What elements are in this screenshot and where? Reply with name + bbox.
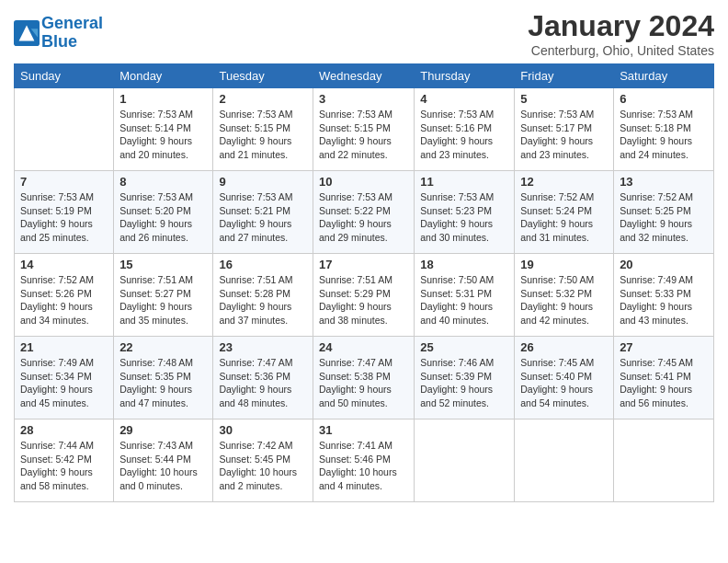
day-number: 7 (20, 175, 108, 189)
day-info: Sunrise: 7:45 AM Sunset: 5:41 PM Dayligh… (620, 356, 708, 410)
calendar-cell: 8Sunrise: 7:53 AM Sunset: 5:20 PM Daylig… (114, 171, 213, 254)
calendar-cell: 29Sunrise: 7:43 AM Sunset: 5:44 PM Dayli… (114, 419, 213, 502)
calendar-cell: 2Sunrise: 7:53 AM Sunset: 5:15 PM Daylig… (213, 88, 313, 171)
calendar-cell: 6Sunrise: 7:53 AM Sunset: 5:18 PM Daylig… (614, 88, 714, 171)
calendar-week-row: 1Sunrise: 7:53 AM Sunset: 5:14 PM Daylig… (15, 88, 714, 171)
day-info: Sunrise: 7:53 AM Sunset: 5:21 PM Dayligh… (219, 190, 307, 245)
day-info: Sunrise: 7:51 AM Sunset: 5:27 PM Dayligh… (119, 273, 207, 327)
day-number: 20 (620, 258, 708, 271)
weekday-row: SundayMondayTuesdayWednesdayThursdayFrid… (15, 64, 714, 88)
day-number: 29 (119, 423, 207, 437)
calendar-cell (15, 88, 114, 171)
calendar-cell: 18Sunrise: 7:50 AM Sunset: 5:31 PM Dayli… (415, 254, 515, 337)
weekday-header: Wednesday (313, 64, 415, 88)
day-info: Sunrise: 7:53 AM Sunset: 5:18 PM Dayligh… (620, 108, 708, 162)
day-number: 8 (119, 175, 207, 189)
day-info: Sunrise: 7:53 AM Sunset: 5:15 PM Dayligh… (319, 108, 408, 162)
calendar-body: 1Sunrise: 7:53 AM Sunset: 5:14 PM Daylig… (15, 88, 714, 502)
day-info: Sunrise: 7:50 AM Sunset: 5:31 PM Dayligh… (420, 273, 508, 327)
month-title: January 2024 (528, 9, 714, 43)
day-info: Sunrise: 7:50 AM Sunset: 5:32 PM Dayligh… (520, 273, 608, 327)
calendar-week-row: 14Sunrise: 7:52 AM Sunset: 5:26 PM Dayli… (15, 254, 714, 337)
logo: General Blue (14, 15, 103, 52)
day-info: Sunrise: 7:52 AM Sunset: 5:25 PM Dayligh… (620, 190, 708, 245)
day-info: Sunrise: 7:53 AM Sunset: 5:14 PM Dayligh… (119, 108, 207, 162)
calendar-cell: 5Sunrise: 7:53 AM Sunset: 5:17 PM Daylig… (515, 88, 614, 171)
day-info: Sunrise: 7:53 AM Sunset: 5:22 PM Dayligh… (319, 190, 408, 245)
day-info: Sunrise: 7:53 AM Sunset: 5:20 PM Dayligh… (119, 190, 207, 245)
weekday-header: Saturday (614, 64, 714, 88)
day-number: 1 (119, 92, 207, 106)
calendar-cell: 9Sunrise: 7:53 AM Sunset: 5:21 PM Daylig… (213, 171, 313, 254)
weekday-header: Sunday (15, 64, 114, 88)
day-number: 30 (219, 423, 307, 437)
calendar-cell: 21Sunrise: 7:49 AM Sunset: 5:34 PM Dayli… (15, 337, 114, 419)
day-info: Sunrise: 7:41 AM Sunset: 5:46 PM Dayligh… (319, 439, 408, 493)
day-info: Sunrise: 7:49 AM Sunset: 5:33 PM Dayligh… (620, 273, 708, 327)
day-number: 18 (420, 258, 508, 271)
calendar-table: SundayMondayTuesdayWednesdayThursdayFrid… (14, 63, 714, 502)
day-number: 13 (620, 175, 708, 189)
calendar-cell: 1Sunrise: 7:53 AM Sunset: 5:14 PM Daylig… (114, 88, 213, 171)
day-info: Sunrise: 7:52 AM Sunset: 5:24 PM Dayligh… (520, 190, 608, 245)
logo-line2: Blue (41, 32, 77, 51)
calendar-cell (515, 419, 614, 502)
day-info: Sunrise: 7:43 AM Sunset: 5:44 PM Dayligh… (119, 439, 207, 493)
calendar-cell: 12Sunrise: 7:52 AM Sunset: 5:24 PM Dayli… (515, 171, 614, 254)
calendar-cell: 10Sunrise: 7:53 AM Sunset: 5:22 PM Dayli… (313, 171, 415, 254)
weekday-header: Tuesday (213, 64, 313, 88)
calendar-cell: 7Sunrise: 7:53 AM Sunset: 5:19 PM Daylig… (15, 171, 114, 254)
day-info: Sunrise: 7:46 AM Sunset: 5:39 PM Dayligh… (420, 356, 508, 410)
day-number: 11 (420, 175, 508, 189)
day-number: 4 (420, 92, 508, 106)
day-number: 23 (219, 340, 307, 354)
day-number: 9 (219, 175, 307, 189)
calendar-cell: 25Sunrise: 7:46 AM Sunset: 5:39 PM Dayli… (415, 337, 515, 419)
calendar-cell: 23Sunrise: 7:47 AM Sunset: 5:36 PM Dayli… (213, 337, 313, 419)
calendar-cell: 13Sunrise: 7:52 AM Sunset: 5:25 PM Dayli… (614, 171, 714, 254)
calendar-cell (415, 419, 515, 502)
day-number: 24 (319, 340, 408, 354)
day-number: 5 (520, 92, 608, 106)
day-info: Sunrise: 7:44 AM Sunset: 5:42 PM Dayligh… (20, 439, 108, 493)
calendar-week-row: 28Sunrise: 7:44 AM Sunset: 5:42 PM Dayli… (15, 419, 714, 502)
day-info: Sunrise: 7:49 AM Sunset: 5:34 PM Dayligh… (20, 356, 108, 410)
day-number: 12 (520, 175, 608, 189)
day-number: 3 (319, 92, 408, 106)
calendar-cell (614, 419, 714, 502)
day-number: 25 (420, 340, 508, 354)
day-number: 6 (620, 92, 708, 106)
logo-text: General Blue (41, 15, 103, 52)
day-number: 10 (319, 175, 408, 189)
day-number: 27 (620, 340, 708, 354)
calendar-cell: 28Sunrise: 7:44 AM Sunset: 5:42 PM Dayli… (15, 419, 114, 502)
title-block: January 2024 Centerburg, Ohio, United St… (528, 9, 714, 58)
day-info: Sunrise: 7:53 AM Sunset: 5:16 PM Dayligh… (420, 108, 508, 162)
calendar-cell: 30Sunrise: 7:42 AM Sunset: 5:45 PM Dayli… (213, 419, 313, 502)
day-info: Sunrise: 7:53 AM Sunset: 5:23 PM Dayligh… (420, 190, 508, 245)
day-number: 15 (119, 258, 207, 271)
day-number: 31 (319, 423, 408, 437)
day-info: Sunrise: 7:53 AM Sunset: 5:17 PM Dayligh… (520, 108, 608, 162)
calendar-cell: 27Sunrise: 7:45 AM Sunset: 5:41 PM Dayli… (614, 337, 714, 419)
page-header: General Blue January 2024 Centerburg, Oh… (14, 9, 714, 58)
calendar-cell: 20Sunrise: 7:49 AM Sunset: 5:33 PM Dayli… (614, 254, 714, 337)
day-info: Sunrise: 7:53 AM Sunset: 5:19 PM Dayligh… (20, 190, 108, 245)
calendar-cell: 14Sunrise: 7:52 AM Sunset: 5:26 PM Dayli… (15, 254, 114, 337)
weekday-header: Thursday (415, 64, 515, 88)
day-info: Sunrise: 7:48 AM Sunset: 5:35 PM Dayligh… (119, 356, 207, 410)
weekday-header: Monday (114, 64, 213, 88)
day-number: 28 (20, 423, 108, 437)
day-info: Sunrise: 7:47 AM Sunset: 5:38 PM Dayligh… (319, 356, 408, 410)
calendar-cell: 15Sunrise: 7:51 AM Sunset: 5:27 PM Dayli… (114, 254, 213, 337)
day-info: Sunrise: 7:47 AM Sunset: 5:36 PM Dayligh… (219, 356, 307, 410)
calendar-week-row: 21Sunrise: 7:49 AM Sunset: 5:34 PM Dayli… (15, 337, 714, 419)
logo-icon (14, 20, 40, 46)
day-number: 22 (119, 340, 207, 354)
calendar-cell: 11Sunrise: 7:53 AM Sunset: 5:23 PM Dayli… (415, 171, 515, 254)
day-number: 16 (219, 258, 307, 271)
calendar-cell: 31Sunrise: 7:41 AM Sunset: 5:46 PM Dayli… (313, 419, 415, 502)
day-info: Sunrise: 7:42 AM Sunset: 5:45 PM Dayligh… (219, 439, 307, 493)
day-number: 26 (520, 340, 608, 354)
calendar-header: SundayMondayTuesdayWednesdayThursdayFrid… (15, 64, 714, 88)
